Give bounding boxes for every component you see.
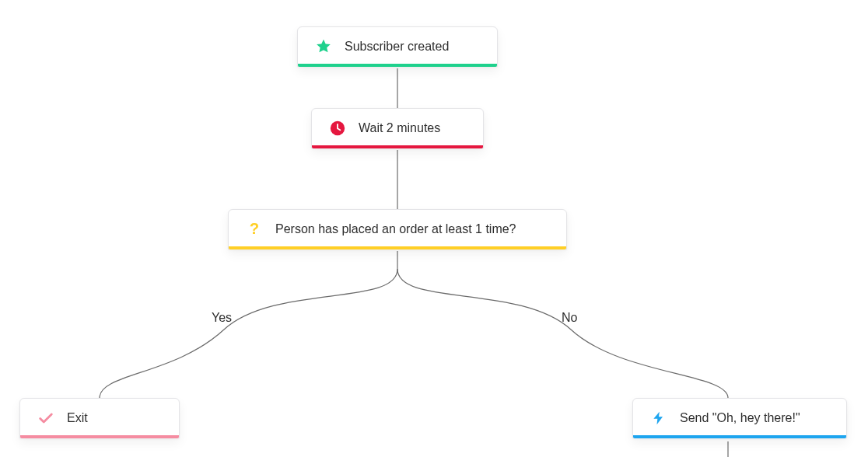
trigger-node[interactable]: Subscriber created [297,26,498,67]
exit-label: Exit [67,411,88,425]
wait-label: Wait 2 minutes [359,121,440,135]
wait-node[interactable]: Wait 2 minutes [311,108,484,148]
question-icon: ? [246,221,263,238]
send-node[interactable]: Send "Oh, hey there!" [632,398,847,438]
exit-accent [20,435,179,438]
send-accent [633,435,846,438]
trigger-accent [298,64,497,67]
trigger-label: Subscriber created [345,40,449,54]
condition-label: Person has placed an order at least 1 ti… [275,222,516,236]
check-icon [37,410,54,427]
clock-icon [329,120,346,137]
wait-accent [312,145,483,148]
branch-no-label: No [562,311,577,325]
condition-node[interactable]: ? Person has placed an order at least 1 … [228,209,567,249]
flow-canvas: Subscriber created Wait 2 minutes ? Pers… [0,0,868,457]
svg-text:?: ? [250,221,259,237]
send-label: Send "Oh, hey there!" [680,411,800,425]
exit-node[interactable]: Exit [19,398,180,438]
branch-yes-label: Yes [212,311,232,325]
star-icon [315,38,332,55]
bolt-icon [650,410,667,427]
condition-accent [229,246,566,249]
